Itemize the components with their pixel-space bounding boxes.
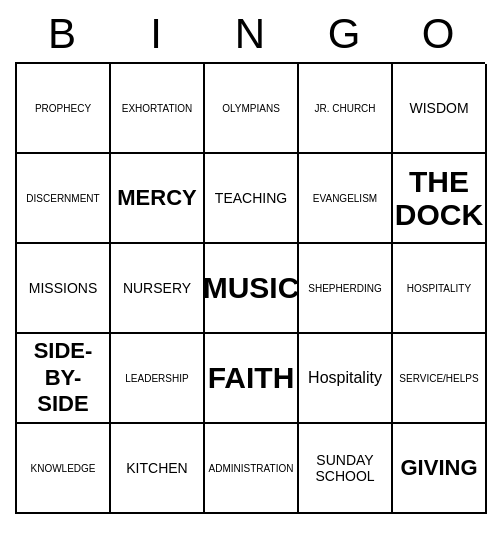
cell-12: MUSIC (205, 244, 299, 334)
cell-10: MISSIONS (17, 244, 111, 334)
cell-5: DISCERNMENT (17, 154, 111, 244)
cell-2: OLYMPIANS (205, 64, 299, 154)
cell-21: KITCHEN (111, 424, 205, 514)
cell-24: GIVING (393, 424, 487, 514)
cell-7: TEACHING (205, 154, 299, 244)
cell-8: EVANGELISM (299, 154, 393, 244)
cell-9: THE DOCK (393, 154, 487, 244)
cell-1: EXHORTATION (111, 64, 205, 154)
header-i: I (109, 10, 203, 58)
cell-18: Hospitality (299, 334, 393, 424)
header-b: B (15, 10, 109, 58)
cell-20: KNOWLEDGE (17, 424, 111, 514)
cell-4: WISDOM (393, 64, 487, 154)
bingo-grid: PROPHECY EXHORTATION OLYMPIANS JR. CHURC… (15, 62, 485, 514)
cell-23: SUNDAY SCHOOL (299, 424, 393, 514)
cell-14: HOSPITALITY (393, 244, 487, 334)
cell-22: ADMINISTRATION (205, 424, 299, 514)
bingo-header: B I N G O (15, 10, 485, 58)
cell-3: JR. CHURCH (299, 64, 393, 154)
cell-6: MERCY (111, 154, 205, 244)
header-g: G (297, 10, 391, 58)
cell-15: SIDE-BY-SIDE (17, 334, 111, 424)
header-o: O (391, 10, 485, 58)
cell-16: LEADERSHIP (111, 334, 205, 424)
cell-17: FAITH (205, 334, 299, 424)
cell-0: PROPHECY (17, 64, 111, 154)
header-n: N (203, 10, 297, 58)
cell-19: SERVICE/HELPS (393, 334, 487, 424)
cell-11: NURSERY (111, 244, 205, 334)
cell-13: SHEPHERDING (299, 244, 393, 334)
